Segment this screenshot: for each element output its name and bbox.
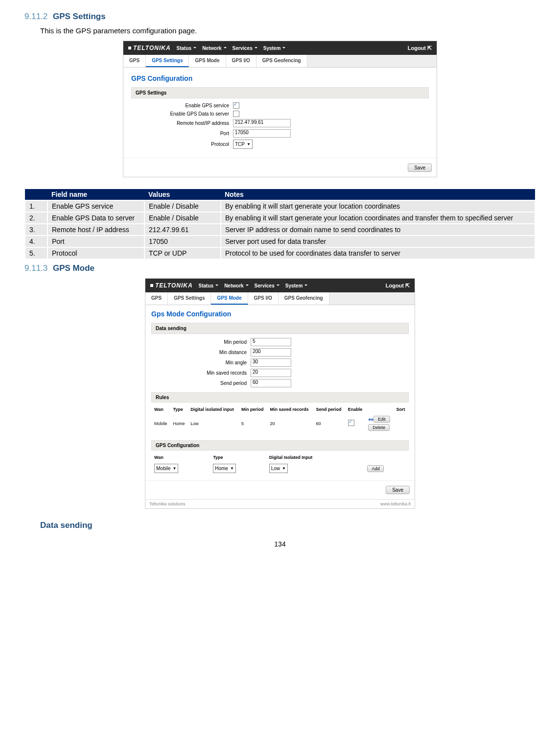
logo-icon xyxy=(150,284,153,287)
protocol-label: Protocol xyxy=(131,142,233,147)
nav-system[interactable]: System xyxy=(285,283,308,288)
datasending-title: Data sending xyxy=(151,323,409,334)
conf-col-type: Type xyxy=(211,453,266,461)
conf-dii-select[interactable]: Low▼ xyxy=(269,464,288,473)
protocol-select[interactable]: TCP ▼ xyxy=(233,140,253,149)
col-type: Type xyxy=(171,405,187,413)
col-enable: Enable xyxy=(346,405,366,413)
intro-text: This is the GPS parameters comfiguration… xyxy=(40,26,536,35)
nav-services[interactable]: Services xyxy=(255,283,280,288)
chevron-down-icon: ▼ xyxy=(282,466,286,471)
screenshot-gps-mode: TELTONIKA Status Network Services System… xyxy=(145,278,415,509)
protocol-value: TCP xyxy=(235,142,245,147)
min-angle-label: Min angle xyxy=(151,360,251,365)
subsection-title: Data sending xyxy=(40,521,93,530)
min-saved-label: Min saved records xyxy=(151,370,251,376)
tab-gps-geofencing[interactable]: GPS Geofencing xyxy=(279,292,329,305)
min-distance-input[interactable]: 200 xyxy=(251,348,291,357)
tab-gps[interactable]: GPS xyxy=(123,55,146,67)
nav-services[interactable]: Services xyxy=(233,46,257,51)
enable-service-label: Enable GPS service xyxy=(131,103,233,108)
enable-data-checkbox[interactable] xyxy=(233,111,239,117)
topbar: TELTONIKA Status Network Services System… xyxy=(123,41,437,55)
logout-icon: ⇱ xyxy=(427,45,432,51)
rule-enable-checkbox[interactable] xyxy=(348,420,354,426)
table-row: 5. Protocol TCP or UDP Protocol to be us… xyxy=(25,247,535,259)
rules-title: Rules xyxy=(151,392,409,403)
page-number: 134 xyxy=(24,540,536,548)
brand-name: TELTONIKA xyxy=(133,45,171,51)
min-angle-input[interactable]: 30 xyxy=(251,358,291,367)
tab-gps[interactable]: GPS xyxy=(145,292,168,305)
panel-title: GPS Configuration xyxy=(131,74,429,82)
nav-status[interactable]: Status xyxy=(199,283,219,288)
tab-gps-settings[interactable]: GPS Settings xyxy=(168,292,211,305)
gpsconf-title: GPS Configuration xyxy=(151,440,409,451)
enable-data-label: Enable GPS Data to server xyxy=(131,111,233,117)
col-minsr: Min saved records xyxy=(268,405,313,413)
remote-host-label: Remote host/IP address xyxy=(131,120,233,126)
edit-button[interactable]: Edit xyxy=(373,416,390,423)
port-label: Port xyxy=(131,131,233,136)
table-row: 4. Port 17050 Server port used for data … xyxy=(25,236,535,247)
chevron-down-icon: ▼ xyxy=(247,142,251,146)
tab-gps-mode[interactable]: GPS Mode xyxy=(211,292,248,305)
col-minp: Min period xyxy=(239,405,267,413)
col-dii: Digital isolated input xyxy=(188,405,238,413)
th-fieldname: Field name xyxy=(47,189,144,200)
tab-gps-mode[interactable]: GPS Mode xyxy=(189,55,226,67)
send-period-label: Send period xyxy=(151,381,251,386)
brand-name: TELTONIKA xyxy=(155,282,193,289)
save-button[interactable]: Save xyxy=(408,164,432,172)
conf-col-wan: Wan xyxy=(152,453,210,461)
footer: Teltonika solutions www.teltonika.lt xyxy=(145,499,415,508)
logout-label: Logout xyxy=(386,283,404,288)
add-button[interactable]: Add xyxy=(367,465,384,472)
th-values: Values xyxy=(144,189,221,200)
nav-network[interactable]: Network xyxy=(224,283,248,288)
conf-col-dii: Digital Isolated Input xyxy=(267,453,365,461)
col-wan: Wan xyxy=(152,405,170,413)
tab-gps-io[interactable]: GPS I/O xyxy=(248,292,279,305)
section-title: GPS Mode xyxy=(53,263,94,273)
logout-button[interactable]: Logout ⇱ xyxy=(408,45,432,51)
logout-label: Logout xyxy=(408,45,426,51)
screenshot-gps-settings: TELTONIKA Status Network Services System… xyxy=(123,41,437,177)
chevron-down-icon: ▼ xyxy=(172,466,176,471)
min-distance-label: Min distance xyxy=(151,350,251,355)
panel-title: Gps Mode Configuration xyxy=(151,310,409,318)
section-heading-1: 9.11.2 GPS Settings xyxy=(24,12,536,22)
footer-left: Teltonika solutions xyxy=(149,501,186,506)
conf-type-select[interactable]: Home▼ xyxy=(213,464,236,473)
th-notes: Notes xyxy=(221,189,535,200)
rules-table: Wan Type Digital isolated input Min peri… xyxy=(151,405,409,433)
section-title: GPS Settings xyxy=(53,12,106,21)
enable-service-checkbox[interactable] xyxy=(233,102,239,109)
tab-gps-io[interactable]: GPS I/O xyxy=(226,55,257,67)
remote-host-input[interactable]: 212.47.99.61 xyxy=(233,119,291,127)
chevron-down-icon: ▼ xyxy=(230,466,234,471)
th-blank xyxy=(25,189,47,200)
tab-gps-settings[interactable]: GPS Settings xyxy=(146,55,189,67)
min-saved-input[interactable]: 20 xyxy=(251,369,291,377)
nav-status[interactable]: Status xyxy=(177,46,197,51)
sort-arrows-icon[interactable]: ◈ ◈ xyxy=(368,417,372,422)
tabs: GPS GPS Settings GPS Mode GPS I/O GPS Ge… xyxy=(145,292,415,305)
send-period-input[interactable]: 60 xyxy=(251,379,291,387)
nav-network[interactable]: Network xyxy=(202,46,226,51)
save-button[interactable]: Save xyxy=(386,486,410,494)
logout-button[interactable]: Logout ⇱ xyxy=(386,283,410,289)
table-row: 1. Enable GPS service Enable / Disable B… xyxy=(25,200,535,212)
gpsconf-table: Wan Type Digital Isolated Input Mobile▼ … xyxy=(151,452,409,476)
rules-row: Mobile Home Low 5 20 60 ◈ ◈ Edit Delete xyxy=(152,414,408,432)
min-period-label: Min period xyxy=(151,339,251,345)
col-sort: Sort xyxy=(395,405,408,413)
min-period-input[interactable]: 5 xyxy=(251,338,291,346)
conf-wan-select[interactable]: Mobile▼ xyxy=(154,464,178,473)
topbar: TELTONIKA Status Network Services System… xyxy=(145,279,415,292)
tabs: GPS GPS Settings GPS Mode GPS I/O GPS Ge… xyxy=(123,55,437,68)
port-input[interactable]: 17050 xyxy=(233,129,291,138)
tab-gps-geofencing[interactable]: GPS Geofencing xyxy=(257,55,307,67)
delete-button[interactable]: Delete xyxy=(368,424,390,431)
nav-system[interactable]: System xyxy=(263,46,286,51)
